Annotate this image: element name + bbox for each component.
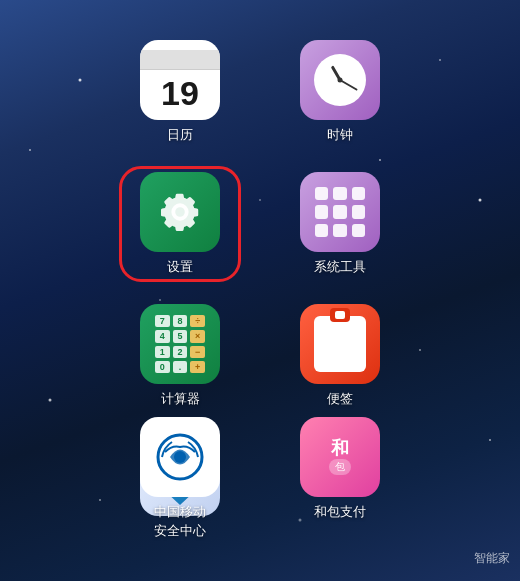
memo-label: 便签	[327, 390, 353, 408]
svg-point-0	[79, 79, 82, 82]
hepay-label: 和包支付	[314, 503, 366, 521]
chinamobile-label: 中国移动	[154, 503, 206, 521]
calendar-icon: 19	[140, 40, 220, 120]
chinamobile-icon	[140, 417, 220, 497]
svg-point-5	[479, 199, 482, 202]
svg-point-9	[489, 439, 491, 441]
app-item-hepay[interactable]: 和 包 和包支付	[285, 417, 395, 521]
svg-point-4	[29, 149, 31, 151]
app-item-clock[interactable]: 时钟	[285, 40, 395, 144]
calculator-icon: 7 8 ÷ 4 5 × 1 2 − 0 . +	[140, 304, 220, 384]
svg-point-8	[49, 399, 52, 402]
calendar-date: 19	[161, 72, 199, 110]
clock-icon	[300, 40, 380, 120]
memo-icon	[300, 304, 380, 384]
app-item-calculator[interactable]: 7 8 ÷ 4 5 × 1 2 − 0 . + 计算器	[125, 304, 235, 408]
svg-point-3	[439, 59, 441, 61]
app-item-chinamobile[interactable]: 中国移动	[125, 417, 235, 521]
system-tools-label: 系统工具	[314, 258, 366, 276]
hepay-icon: 和 包	[300, 417, 380, 497]
svg-point-16	[174, 451, 186, 463]
clock-label: 时钟	[327, 126, 353, 144]
phone-background: 19 日历 时钟	[0, 0, 520, 581]
watermark: 智能家	[474, 550, 510, 567]
svg-point-7	[419, 349, 421, 351]
calculator-label: 计算器	[161, 390, 200, 408]
app-item-calendar[interactable]: 19 日历	[125, 40, 235, 144]
settings-icon	[140, 172, 220, 252]
app-item-memo[interactable]: 便签	[285, 304, 395, 408]
system-tools-icon	[300, 172, 380, 252]
app-item-settings[interactable]: 设置	[125, 172, 235, 276]
svg-point-10	[99, 499, 101, 501]
app-item-system[interactable]: 系统工具	[285, 172, 395, 276]
calendar-label: 日历	[167, 126, 193, 144]
